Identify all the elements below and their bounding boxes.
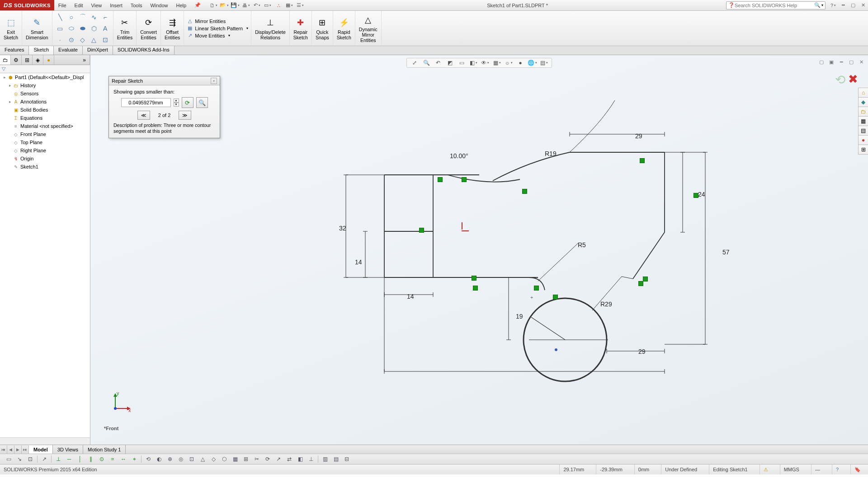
corner-icon-1[interactable]: ▢ [817,58,826,66]
tree-equations[interactable]: ΣEquations [0,114,90,122]
strip-icon[interactable]: ◇ [209,455,217,463]
ellipse-tool-icon[interactable]: ⬭ [66,23,76,33]
menu-tools[interactable]: Tools [127,0,146,10]
dialog-close-icon[interactable]: ▫ [211,78,217,84]
status-units[interactable]: MMGS [780,465,803,474]
strip-icon[interactable]: = [108,455,117,463]
dim-24[interactable]: 24 [698,191,705,198]
minimize-icon[interactable]: ━ [838,1,848,9]
strip-icon[interactable]: △ [198,455,207,463]
quick-snaps-button[interactable]: ⊞Quick Snaps [312,11,333,46]
status-tag-icon[interactable]: 🔖 [850,465,864,474]
constraint-icon[interactable] [438,177,443,182]
constraint-icon[interactable] [473,286,478,291]
strip-icon[interactable]: ⟲ [144,455,152,463]
tab-last-icon[interactable]: ⏭ [22,446,29,454]
strip-icon[interactable]: ⊙ [98,455,106,463]
config-tab-icon[interactable]: ⊞ [22,55,33,65]
strip-icon[interactable]: ⊥ [54,455,62,463]
options-icon[interactable]: ▦ [285,1,293,9]
help-dropdown-icon[interactable]: ? [828,1,838,9]
tree-right-plane[interactable]: ◇Right Plane [0,146,90,155]
dim-r19[interactable]: R19 [545,150,557,157]
undo-icon[interactable]: ↶ [253,1,261,9]
help-search-input[interactable] [735,3,814,8]
strip-icon[interactable]: ⊥ [307,455,315,463]
capture-icon[interactable]: ▤ [540,59,548,67]
dim-32[interactable]: 32 [339,225,346,232]
restore-icon[interactable]: ▢ [848,1,858,9]
new-icon[interactable]: 🗋 [209,1,217,9]
tree-top-plane[interactable]: ◇Top Plane [0,138,90,146]
centerline-tool-icon[interactable]: ⊙ [66,35,76,45]
strip-icon[interactable]: ⟳ [264,455,272,463]
prev-problem-button[interactable]: ≪ [137,111,150,120]
tab-sketch[interactable]: Sketch [29,46,54,55]
zoom-area-icon[interactable]: 🔍 [422,59,430,67]
feature-tree-tab-icon[interactable]: 🗀 [0,55,11,65]
repair-sketch-dialog[interactable]: Repair Sketch▫ Showing gaps smaller than… [108,76,220,138]
rapid-sketch-button[interactable]: ⚡Rapid Sketch [333,11,355,46]
zoom-button[interactable]: 🔍 [196,97,208,108]
strip-icon[interactable]: ↗ [274,455,283,463]
spin-down-icon[interactable]: ▼ [174,103,179,107]
prev-view-icon[interactable]: ↶ [434,59,442,67]
constraint-icon[interactable] [640,158,645,163]
display-style-icon[interactable]: ◧ [469,59,477,67]
spline-tool-icon[interactable]: ∿ [89,12,99,22]
tree-material[interactable]: ≡Material <not specified> [0,122,90,130]
constraint-icon[interactable] [638,281,643,286]
dim-29a[interactable]: 29 [635,132,642,140]
tab-features[interactable]: Features [0,46,29,55]
arc-tool-icon[interactable]: ⌒ [78,12,88,22]
corner-icon-2[interactable]: ▣ [827,58,835,66]
dim-29b[interactable]: 29 [638,348,646,355]
point-tool-icon[interactable]: · [55,35,65,45]
menu-help[interactable]: Help [172,0,191,10]
apply-scene-icon[interactable]: ☼ [505,59,513,67]
move-entities-button[interactable]: ↗Move Entities▾ [187,33,248,39]
strip-icon[interactable]: ⊟ [343,455,351,463]
menu-window[interactable]: Window [146,0,172,10]
display-relations-button[interactable]: ⊥Display/Delete Relations [251,11,290,46]
tab-dimxpert[interactable]: DimXpert [83,46,113,55]
select-icon[interactable]: ▭ [264,1,272,9]
offset-entities-button[interactable]: ⇶Offset Entities [161,11,184,46]
corner-close-icon[interactable]: ✕ [857,58,865,66]
settings-icon[interactable]: ☰ [296,1,304,9]
taskpane-view-icon[interactable]: ▤ [858,126,868,136]
expand-panel-icon[interactable]: » [79,55,90,65]
rect-tool-icon[interactable]: ▭ [55,23,65,33]
taskpane-library-icon[interactable]: 🗀 [858,107,868,117]
dim-angle[interactable]: 10.00° [450,152,468,160]
dim-19[interactable]: 19 [516,313,523,320]
strip-icon[interactable]: ⇄ [285,455,293,463]
tree-front-plane[interactable]: ◇Front Plane [0,130,90,138]
save-icon[interactable]: 💾 [231,1,239,9]
tree-origin[interactable]: ↯Origin [0,155,90,163]
status-warn-icon[interactable]: ⚠ [760,465,772,474]
display-tab-icon[interactable]: ● [43,55,54,65]
menu-insert[interactable]: Insert [106,0,127,10]
dim-r29[interactable]: R29 [600,300,612,308]
graphics-area[interactable]: ⤢ 🔍 ↶ ◩ ▭ ◧ 👁 ▦ ☼ ● 🌐 ▤ ▢ ▣ ━ ▢ ✕ ⟲ ✖ [90,55,868,445]
constraint-icon[interactable] [462,177,467,182]
tree-sensors[interactable]: ◎Sensors [0,89,90,98]
tab-addins[interactable]: SOLIDWORKS Add-Ins [113,46,175,55]
slot-tool-icon[interactable]: ⬬ [78,23,88,33]
strip-icon[interactable]: ⊡ [188,455,196,463]
open-icon[interactable]: 📂 [220,1,228,9]
constraint-icon[interactable] [472,276,476,281]
hide-show-icon[interactable]: 👁 [481,59,489,67]
tab-next-icon[interactable]: ▶ [14,446,22,454]
strip-icon[interactable]: ↔ [119,455,127,463]
constraint-icon[interactable] [419,228,424,233]
dimxpert-tab-icon[interactable]: ◈ [33,55,43,65]
strip-icon[interactable]: │ [76,455,84,463]
strip-icon[interactable]: ▭ [5,455,13,463]
taskpane-home-icon[interactable]: ⌂ [858,88,868,98]
search-icon[interactable]: 🔍 [814,2,821,8]
view-orient-icon[interactable]: ▭ [458,59,466,67]
taskpane-custom-icon[interactable]: ⊞ [858,145,868,155]
menu-pin-icon[interactable]: 📌 [190,0,205,10]
